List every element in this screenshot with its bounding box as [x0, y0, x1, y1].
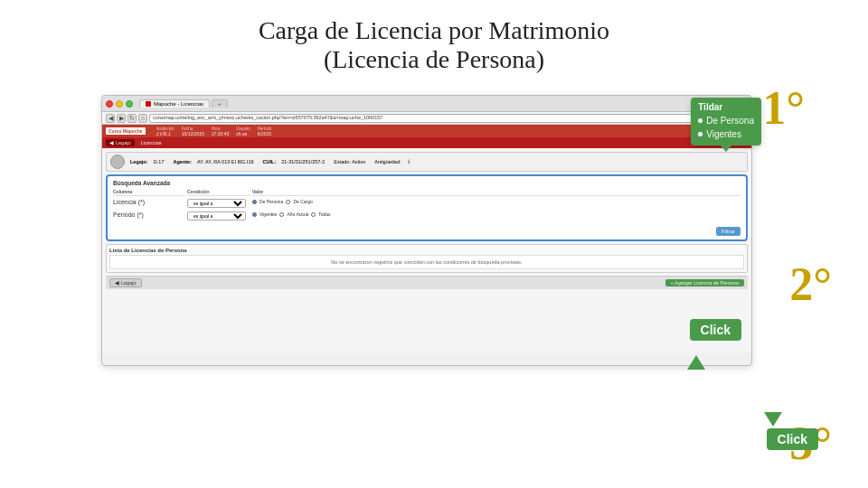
agent-legajo-label: Legajo:: [130, 159, 148, 164]
row2-cond: es igual a: [187, 211, 250, 221]
browser-chrome-bar: Mapuche - Licencias +: [102, 96, 751, 112]
add-licencia-persona-button[interactable]: + Agregar Licencia de Persona: [665, 279, 744, 286]
tooltip-balloon: Tildar De Persona Vigentes: [691, 98, 761, 145]
list-title: Lista de Licencias de Persona: [109, 248, 744, 253]
browser-home-btn[interactable]: ⌂: [138, 114, 147, 123]
click-label-1: Click: [690, 319, 741, 341]
arrow-down-icon-2: [764, 412, 782, 427]
topbar-fecha: Fecha 15/12/2015: [182, 127, 204, 136]
agent-name-value: AY. AY, RA 013 EI I6G.I16: [197, 159, 254, 164]
topbar-institucion: Institución J.V.B.J.: [156, 127, 175, 136]
topbar-usuario: Usuario ch.se: [236, 127, 250, 136]
search-panel-title: Búsqueda Avanzada: [113, 180, 741, 186]
row2-cond-select[interactable]: es igual a: [187, 211, 246, 221]
nav-licencias[interactable]: Licencias: [137, 139, 165, 146]
agent-cuil-label: CUIL:: [263, 159, 277, 164]
agent-info-bar: Legajo: G:17 Agente: AY. AY, RA 013 EI I…: [106, 152, 748, 172]
row1-cond: es igual a: [187, 198, 250, 209]
agent-avatar: [110, 155, 125, 169]
address-input[interactable]: cu/somap.uche/ing_esc_ar/s_y/mesc.uche/e…: [149, 114, 692, 123]
row1-col: Licencia (*): [113, 198, 185, 209]
agent-legajo-value: G:17: [154, 159, 165, 164]
radio-todas[interactable]: [311, 212, 316, 217]
col-header: Columna: [113, 189, 185, 196]
browser-tab-new[interactable]: +: [212, 99, 228, 108]
app-navbar: ◀ Legajo Licencias: [102, 137, 751, 148]
app-logo: Curso Mapuche: [106, 127, 146, 135]
address-bar-row: ◀ ▶ ↻ ⌂ cu/somap.uche/ing_esc_ar/s_y/mes…: [102, 112, 751, 125]
chrome-max-btn[interactable]: [126, 100, 133, 108]
tab-bar: Mapuche - Licencias +: [139, 99, 228, 108]
cond-header: Condición: [187, 189, 250, 196]
slide-container: Carga de Licencia por Matrimonio (Licenc…: [0, 0, 868, 488]
back-to-legajo-button[interactable]: ◀ Legajo: [109, 278, 142, 287]
tab-favicon: [146, 101, 151, 107]
browser-mockup: Mapuche - Licencias + ◀ ▶ ↻ ⌂ cu/somap.u…: [101, 95, 752, 366]
browser-tab-active[interactable]: Mapuche - Licencias: [139, 99, 210, 108]
slide-title-line2: (Licencia de Persona): [0, 45, 868, 74]
tooltip-title: Tildar: [698, 102, 754, 112]
list-panel: Lista de Licencias de Persona No se enco…: [106, 244, 748, 273]
topbar-hora: Hora 17:20:43: [212, 127, 229, 136]
chrome-close-btn[interactable]: [106, 100, 113, 108]
click-label-2: Click: [767, 428, 818, 450]
chrome-min-btn[interactable]: [116, 100, 123, 108]
bullet-icon-2: [698, 132, 703, 136]
nav-legajo[interactable]: ◀ Legajo: [106, 139, 135, 146]
row1-val: De Persona De Cargo: [252, 198, 741, 209]
tooltip-item-2: Vigentes: [698, 127, 754, 141]
row1-cond-select[interactable]: es igual a: [187, 199, 246, 208]
agent-name-label: Agente:: [174, 159, 192, 164]
filtrar-button[interactable]: Filtrar: [716, 227, 741, 236]
tooltip-item-1: De Persona: [698, 114, 754, 127]
topbar-periodo: Período 6/2015: [258, 127, 272, 136]
bullet-icon-1: [698, 118, 703, 123]
radio-de-cargo[interactable]: [286, 200, 290, 204]
radio-vigentes[interactable]: [252, 212, 257, 217]
search-panel: Búsqueda Avanzada Columna Condición Valo…: [106, 174, 748, 241]
app-bottom-bar: ◀ Legajo + Agregar Licencia de Persona: [106, 276, 748, 289]
step-2-number: 2°: [789, 258, 832, 311]
app-content: Legajo: G:17 Agente: AY. AY, RA 013 EI I…: [102, 148, 751, 352]
tab-label: Mapuche - Licencias: [154, 101, 203, 107]
row2-val: Vigentes Año Actual Todas: [252, 211, 741, 221]
browser-forward-btn[interactable]: ▶: [117, 114, 126, 123]
list-empty-message: No se encontraron registros que coincida…: [109, 255, 744, 269]
browser-back-btn[interactable]: ◀: [106, 114, 115, 123]
agent-info-icon: ℹ: [408, 159, 410, 164]
app-area: Curso Mapuche Institución J.V.B.J. Fecha…: [102, 125, 751, 352]
val-header: Valor: [252, 189, 741, 196]
browser-refresh-btn[interactable]: ↻: [127, 114, 137, 123]
app-topbar: Curso Mapuche Institución J.V.B.J. Fecha…: [102, 125, 751, 137]
agent-cuil-value: 21-31/31/251/257-2: [281, 159, 325, 164]
radio-anio-actual[interactable]: [279, 212, 284, 217]
row2-col: Período (*): [113, 211, 185, 221]
step-1-number: 1°: [762, 81, 805, 135]
agent-estado: Estado: Activo: [334, 159, 365, 164]
arrow-up-icon-1: [687, 355, 705, 370]
slide-title: Carga de Licencia por Matrimonio (Licenc…: [0, 0, 868, 85]
radio-de-persona[interactable]: [252, 200, 257, 204]
slide-title-line1: Carga de Licencia por Matrimonio: [0, 16, 868, 45]
agent-antiguedad: Antigüedad:: [374, 159, 401, 164]
